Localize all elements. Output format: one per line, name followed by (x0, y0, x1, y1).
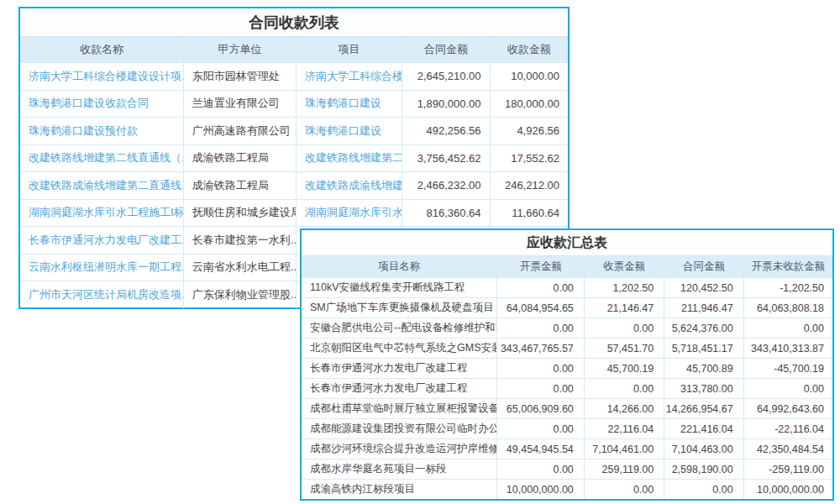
received-amount-cell: 22,116.04 (585, 419, 664, 438)
contract-amount-cell: 0.00 (664, 480, 743, 499)
table-row: 成都沙河环境综合提升改造运河护岸维修改造 49,454,945.54 7,104… (302, 438, 832, 459)
received-amount-cell: 259,119.00 (585, 459, 664, 479)
project-name-cell: 成都能源建设集团投资有限公司临时办公场所... (302, 419, 497, 438)
uncollected-amount-cell: 0.00 (744, 318, 832, 338)
project-name-cell: 110kV安徽线程集变开断线路工程 (302, 278, 497, 297)
invoiced-amount-cell: 0.00 (497, 318, 584, 338)
table-row: SM广场地下车库更换摄像机及硬盘项目 64,084,954.65 21,146.… (302, 297, 832, 318)
receipt-name-link[interactable]: 济南大学工科综合楼建设设计项... (20, 63, 184, 90)
header-uncollected-amount: 开票未收款金额 (744, 255, 832, 277)
uncollected-amount-cell: 64,063,808.18 (744, 298, 832, 318)
contract-amount-cell: 2,598,190.00 (664, 459, 743, 479)
contract-amount-cell: 2,645,210.00 (402, 63, 490, 90)
header-party-unit: 甲方单位 (184, 36, 297, 62)
receipt-name-link[interactable]: 珠海鹤港口建设预付款 (20, 118, 184, 144)
project-name-cell: 成都水岸华庭名苑项目一标段 (302, 459, 497, 479)
project-link[interactable]: 济南大学工科综合楼... (297, 63, 402, 90)
uncollected-amount-cell: -45,700.19 (744, 359, 832, 378)
header-project: 项目 (297, 36, 402, 62)
contract-amount-cell: 5,718,451.17 (664, 339, 743, 358)
project-name-cell: 长春市伊通河水力发电厂改建工程 (302, 359, 497, 378)
contract-amount-cell: 211,946.47 (664, 298, 743, 318)
receipt-name-link[interactable]: 湖南洞庭湖水库引水工程施工I标... (20, 200, 184, 227)
party-unit-cell: 长春市建投第一水利... (184, 227, 297, 254)
table-row: 改建铁路成渝线增建第二直通线... 成渝铁路工程局 改建铁路成渝线增建... 2… (20, 171, 568, 199)
received-amount-cell: 0.00 (585, 318, 664, 338)
contract-table-title: 合同收款列表 (20, 8, 568, 36)
receipt-name-link[interactable]: 长春市伊通河水力发电厂改建工... (20, 227, 184, 254)
project-name-cell: 成渝高铁内江标段项目 (302, 480, 497, 499)
invoiced-amount-cell: 49,454,945.54 (497, 439, 584, 459)
project-name-cell: 长春市伊通河水力发电厂改建工程 (302, 379, 497, 398)
table-row: 成都杜甫草堂临时展厅独立展柜报警设备安装... 65,006,909.60 14… (302, 398, 832, 418)
invoiced-amount-cell: 10,000,000.00 (497, 480, 584, 499)
uncollected-amount-cell: 0.00 (744, 379, 832, 398)
receipt-name-link[interactable]: 改建铁路成渝线增建第二直通线... (20, 172, 184, 199)
uncollected-amount-cell: 42,350,484.54 (744, 439, 832, 459)
received-amount-cell: 1,202.50 (585, 278, 664, 297)
table-row: 改建铁路线增建第二线直通线（... 成渝铁路工程局 改建铁路线增建第二... 3… (20, 144, 568, 172)
party-unit-cell: 东阳市园林管理处 (184, 63, 297, 90)
project-link[interactable]: 改建铁路线增建第二... (297, 145, 402, 172)
invoiced-amount-cell: 0.00 (497, 419, 584, 438)
contract-amount-cell: 120,452.50 (664, 278, 743, 297)
contract-amount-cell: 7,104,463.00 (664, 439, 743, 459)
invoiced-amount-cell: 65,006,909.60 (497, 399, 584, 418)
received-amount-cell: 21,146.47 (585, 298, 664, 318)
receipt-name-link[interactable]: 改建铁路线增建第二线直通线（... (20, 145, 184, 172)
receipt-amount-cell: 10,000.00 (491, 63, 568, 90)
invoiced-amount-cell: 343,467,765.57 (497, 339, 584, 358)
table-row: 安徽合肥供电公司--配电设备检修维护和改造 0.00 0.00 5,624,37… (302, 318, 832, 338)
received-amount-cell: 7,104,461.00 (585, 439, 664, 459)
header-invoiced-amount: 开票金额 (498, 255, 585, 277)
header-contract-amount: 合同金额 (664, 255, 743, 277)
contract-amount-cell: 313,780.00 (664, 379, 743, 398)
receipt-amount-cell: 11,660.64 (491, 200, 568, 227)
project-name-cell: 成都沙河环境综合提升改造运河护岸维修改造 (302, 439, 497, 459)
table-row: 济南大学工科综合楼建设设计项... 东阳市园林管理处 济南大学工科综合楼... … (20, 62, 568, 90)
party-unit-cell: 成渝铁路工程局 (184, 145, 297, 172)
table-row: 北京朝阳区电气中芯特气系统之GMS安装 343,467,765.57 57,45… (302, 338, 832, 358)
project-name-cell: 安徽合肥供电公司--配电设备检修维护和改造 (302, 318, 497, 338)
contract-amount-cell: 1,890,000.00 (402, 91, 490, 118)
project-link[interactable]: 改建铁路成渝线增建... (297, 172, 402, 199)
project-link[interactable]: 珠海鹤港口建设 (297, 118, 402, 144)
project-link[interactable]: 珠海鹤港口建设 (297, 91, 402, 118)
receipt-name-link[interactable]: 云南水利枢纽潜明水库一期工程... (20, 255, 184, 281)
uncollected-amount-cell: -1,202.50 (744, 278, 832, 297)
received-amount-cell: 0.00 (585, 379, 664, 398)
uncollected-amount-cell: 64,992,643.60 (744, 399, 832, 418)
receipt-name-link[interactable]: 广州市天河区统计局机房改造项... (20, 281, 184, 308)
project-name-cell: 成都杜甫草堂临时展厅独立展柜报警设备安装... (302, 399, 497, 418)
page: 合同收款列表 收款名称 甲方单位 项目 合同金额 收款金额 济南大学工科综合楼建… (0, 0, 840, 504)
project-name-cell: SM广场地下车库更换摄像机及硬盘项目 (302, 298, 497, 318)
receipt-amount-cell: 246,212.00 (491, 172, 568, 199)
receivables-summary-table: 应收款汇总表 项目名称 开票金额 收票金额 合同金额 开票未收款金额 110kV… (300, 228, 834, 501)
header-receipt-amount: 收款金额 (491, 36, 568, 62)
received-amount-cell: 0.00 (585, 480, 664, 499)
contract-amount-cell: 221,416.04 (664, 419, 743, 438)
contract-amount-cell: 14,266,954.67 (664, 399, 743, 418)
invoiced-amount-cell: 0.00 (497, 379, 584, 398)
header-project-name: 项目名称 (302, 255, 498, 277)
table-row: 110kV安徽线程集变开断线路工程 0.00 1,202.50 120,452.… (302, 277, 832, 297)
receipt-amount-cell: 180,000.00 (491, 91, 568, 118)
receipt-amount-cell: 17,552.62 (491, 145, 568, 172)
table-row: 珠海鹤港口建设收款合同 兰迪置业有限公司 珠海鹤港口建设 1,890,000.0… (20, 90, 568, 118)
contract-amount-cell: 3,756,452.62 (402, 145, 490, 172)
contract-amount-cell: 2,466,232.00 (402, 172, 490, 199)
invoiced-amount-cell: 0.00 (497, 278, 584, 297)
project-link[interactable]: 湖南洞庭湖水库引水... (297, 200, 402, 227)
contract-amount-cell: 816,360.64 (402, 200, 490, 227)
invoiced-amount-cell: 0.00 (497, 459, 584, 479)
table-row: 长春市伊通河水力发电厂改建工程 0.00 0.00 313,780.00 0.0… (302, 378, 832, 398)
receipt-name-link[interactable]: 珠海鹤港口建设收款合同 (20, 91, 184, 118)
table-row: 成渝高铁内江标段项目 10,000,000.00 0.00 0.00 10,00… (302, 479, 832, 499)
uncollected-amount-cell: -259,119.00 (744, 459, 832, 479)
table-row: 湖南洞庭湖水库引水工程施工I标... 抚顺住房和城乡建设局 湖南洞庭湖水库引水.… (20, 199, 568, 227)
receivables-table-header-row: 项目名称 开票金额 收票金额 合同金额 开票未收款金额 (302, 255, 832, 277)
party-unit-cell: 成渝铁路工程局 (184, 172, 297, 199)
party-unit-cell: 广东保利物业管理股... (184, 281, 297, 308)
table-row: 成都能源建设集团投资有限公司临时办公场所... 0.00 22,116.04 2… (302, 418, 832, 438)
table-row: 长春市伊通河水力发电厂改建工程 0.00 45,700.19 45,700.89… (302, 358, 832, 378)
